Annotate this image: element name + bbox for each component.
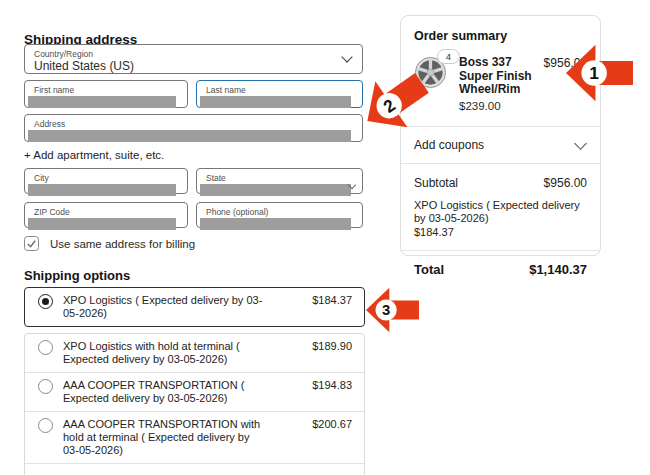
shipping-option[interactable]: AAA COOPER TRANSPORTATION with hold at t…: [25, 411, 364, 463]
annotation-arrow-1: 1: [566, 44, 633, 102]
phone-field[interactable]: Phone (optional): [196, 202, 363, 228]
first-name-field[interactable]: First name: [24, 80, 188, 108]
radio-filled-icon[interactable]: [38, 294, 53, 309]
total-label: Total: [414, 262, 444, 277]
check-icon: [26, 238, 37, 249]
order-summary-title: Order summary: [414, 29, 587, 43]
chevron-down-icon: [574, 137, 587, 150]
shipping-method-price: $184.37: [414, 226, 587, 239]
shipping-option[interactable]: AAA COOPER TRANSPORTATION ( Expected del…: [25, 372, 364, 411]
last-name-field[interactable]: Last name: [196, 80, 363, 108]
state-select[interactable]: State: [196, 168, 363, 194]
shipping-options-title: Shipping options: [24, 268, 130, 283]
zip-label: ZIP Code: [34, 207, 178, 217]
shipping-option-price: $189.90: [312, 340, 352, 353]
subtotal-label: Subtotal: [414, 176, 458, 190]
redacted-value: [200, 96, 351, 108]
country-label: Country/Region: [34, 49, 353, 59]
shipping-option-price: $200.67: [312, 418, 352, 431]
left-arrow-icon: 3: [366, 285, 419, 335]
radio-icon[interactable]: [38, 340, 53, 355]
checkbox[interactable]: [24, 236, 39, 251]
radio-icon[interactable]: [38, 418, 53, 433]
country-select[interactable]: Country/Region United States (US): [24, 44, 363, 74]
redacted-value: [28, 96, 176, 108]
city-field[interactable]: City: [24, 168, 188, 194]
shipping-option-label: XPO Logistics ( Expected delivery by 03-…: [63, 294, 263, 320]
billing-same-address-checkbox[interactable]: Use same address for billing: [24, 236, 195, 251]
zip-field[interactable]: ZIP Code: [24, 202, 188, 228]
checkout-page: Shipping address Country/Region United S…: [0, 0, 650, 475]
add-coupons-toggle[interactable]: Add coupons: [414, 127, 587, 163]
shipping-option-label: XPO Logistics with hold at terminal ( Ex…: [63, 340, 263, 366]
left-arrow-icon: 1: [566, 44, 633, 102]
shipping-option-label: AAA COOPER TRANSPORTATION with hold at t…: [63, 418, 263, 457]
order-item-row: 4 Boss 337 Super Finish Wheel/Rim $239.0…: [414, 56, 587, 113]
city-label: City: [34, 173, 178, 183]
redacted-value: [28, 184, 176, 196]
quantity-badge: 4: [437, 49, 460, 64]
shipping-option-label: AAA COOPER TRANSPORTATION ( Expected del…: [63, 379, 263, 405]
add-apartment-link[interactable]: + Add apartment, suite, etc.: [24, 149, 164, 161]
total-value: $1,140.37: [529, 262, 587, 277]
annotation-number: 1: [589, 63, 599, 83]
address-field[interactable]: Address: [24, 114, 363, 142]
annotation-arrow-3: 3: [366, 285, 419, 335]
shipping-option-cutoff[interactable]: [25, 463, 364, 475]
redacted-value: [28, 218, 176, 230]
product-unit-price: $239.00: [459, 100, 544, 114]
country-value: United States (US): [34, 59, 353, 74]
radio-icon[interactable]: [38, 379, 53, 394]
phone-label: Phone (optional): [206, 207, 353, 217]
shipping-options-list: XPO Logistics with hold at terminal ( Ex…: [24, 333, 365, 475]
shipping-option-price: $184.37: [312, 294, 352, 307]
add-coupons-label: Add coupons: [414, 138, 484, 152]
product-name: Boss 337 Super Finish Wheel/Rim: [459, 55, 532, 96]
redacted-value: [28, 130, 351, 142]
shipping-method-note: XPO Logistics ( Expected delivery by 03-…: [414, 199, 590, 225]
redacted-value: [200, 218, 351, 230]
annotation-number: 3: [382, 302, 390, 318]
first-name-label: First name: [34, 85, 178, 95]
address-label: Address: [34, 119, 353, 129]
billing-checkbox-label: Use same address for billing: [50, 238, 195, 250]
shipping-option-selected[interactable]: XPO Logistics ( Expected delivery by 03-…: [24, 287, 365, 327]
redacted-value: [200, 184, 351, 196]
last-name-label: Last name: [206, 85, 353, 95]
shipping-option-price: $194.83: [312, 379, 352, 392]
state-label: State: [206, 173, 353, 183]
shipping-option[interactable]: XPO Logistics with hold at terminal ( Ex…: [25, 334, 364, 372]
subtotal-value: $956.00: [544, 176, 587, 190]
